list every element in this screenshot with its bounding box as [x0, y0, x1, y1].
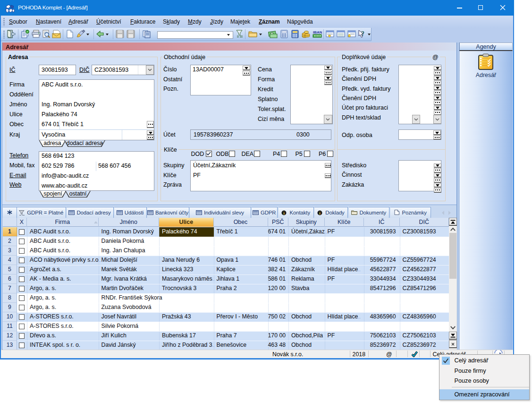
svg-text:?: ? [361, 30, 364, 37]
svg-text:IBAN: IBAN [313, 30, 322, 34]
